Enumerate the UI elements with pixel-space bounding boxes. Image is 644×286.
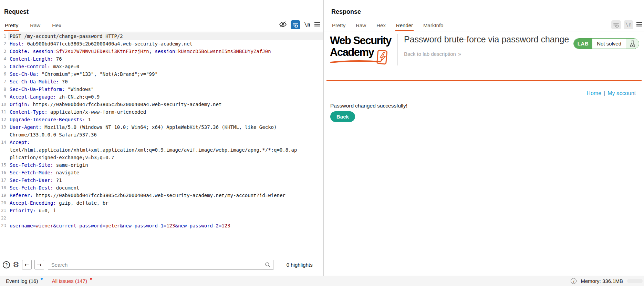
my-account-link[interactable]: My account <box>607 90 636 96</box>
response-title: Response <box>331 8 361 16</box>
line-number: 7 <box>0 78 8 85</box>
line-number: 8 <box>0 85 8 93</box>
lightning-icon <box>376 49 389 67</box>
request-line[interactable]: 9Accept-Language: zh-CN,zh;q=0.9 <box>0 93 323 101</box>
flask-icon <box>626 39 639 49</box>
request-line[interactable]: 18Sec-Fetch-Dest: document <box>0 184 323 192</box>
request-line[interactable]: 15Sec-Fetch-Site: same-origin <box>0 161 323 169</box>
line-number: 22 <box>0 214 8 222</box>
line-number: 5 <box>0 63 8 70</box>
line-number: 11 <box>0 108 8 116</box>
line-number: 10 <box>0 101 8 108</box>
line-number: 20 <box>0 199 8 207</box>
request-search-bar: ? ⚙ ← → 0 highlights <box>0 258 323 271</box>
request-line[interactable]: 10Origin: https://0ab900bd047fccb3805c2b… <box>0 101 323 108</box>
tab-response-raw[interactable]: Raw <box>355 20 367 31</box>
all-issues-button[interactable]: All issues (147) <box>52 278 87 284</box>
request-line[interactable]: 12Upgrade-Insecure-Requests: 1 <box>0 116 323 123</box>
request-line[interactable]: 6Sec-Ch-Ua: "Chromium";v="133", "Not(A:B… <box>0 70 323 78</box>
line-number: 21 <box>0 207 8 214</box>
info-icon: i <box>571 278 577 284</box>
lab-badge-label: LAB <box>574 39 592 49</box>
request-line[interactable]: 19Referer: https://0ab900bd047fccb3805c2… <box>0 192 323 199</box>
tab-request-hex[interactable]: Hex <box>51 20 62 31</box>
tab-request-pretty[interactable]: Pretty <box>4 20 19 31</box>
request-line[interactable]: text/html,application/xhtml+xml,applicat… <box>0 146 323 154</box>
back-button[interactable]: Back <box>330 111 355 122</box>
request-line[interactable]: 4Content-Length: 76 <box>0 55 323 63</box>
back-to-lab-description-link[interactable]: Back to lab description» <box>404 51 461 57</box>
word-wrap-icon[interactable] <box>291 20 300 29</box>
request-editor[interactable]: 1POST /my-account/change-password HTTP/2… <box>0 32 323 236</box>
request-line[interactable]: Chrome/133.0.0.0 Safari/537.36 <box>0 131 323 139</box>
request-line[interactable]: plication/signed-exchange;v=b3;q=0.7 <box>0 154 323 161</box>
history-back-button[interactable]: ← <box>22 260 32 269</box>
request-line[interactable]: 16Sec-Fetch-Mode: navigate <box>0 169 323 176</box>
show-newlines-icon[interactable]: \n <box>624 20 633 29</box>
event-log-notification-dot <box>41 278 43 280</box>
highlights-count: 0 highlights <box>287 262 313 268</box>
issues-notification-dot <box>90 278 92 280</box>
tab-response-markinfo[interactable]: MarkInfo <box>423 20 444 31</box>
logo-underline-swoosh <box>330 60 382 64</box>
line-number: 9 <box>0 93 8 101</box>
request-line[interactable]: 13User-Agent: Mozilla/5.0 (Windows NT 10… <box>0 123 323 131</box>
request-line[interactable]: 23username=wiener&current-password=peter… <box>0 222 323 229</box>
lab-badge-status: Not solved <box>592 39 626 49</box>
request-line[interactable]: 20Accept-Encoding: gzip, deflate, br <box>0 199 323 207</box>
request-tabs: Pretty Raw Hex <box>0 20 323 31</box>
history-forward-button[interactable]: → <box>34 260 44 269</box>
request-line[interactable]: 8Sec-Ch-Ua-Platform: "Windows" <box>0 85 323 93</box>
memory-usage-bar <box>627 279 643 283</box>
line-number: 16 <box>0 169 8 176</box>
search-icon <box>265 262 271 268</box>
line-number: 4 <box>0 55 8 63</box>
lab-title: Password brute-force via password change <box>404 34 569 44</box>
editor-menu-icon[interactable] <box>636 22 642 28</box>
editor-menu-icon[interactable] <box>314 22 320 28</box>
word-wrap-icon[interactable] <box>611 20 621 29</box>
account-nav: Home|My account <box>586 90 636 96</box>
line-number: 13 <box>0 123 8 131</box>
line-number: 14 <box>0 139 8 146</box>
line-number: 18 <box>0 184 8 192</box>
event-log-button[interactable]: Event log (16) <box>6 278 38 284</box>
password-changed-message: Password changed successfully! <box>330 103 407 109</box>
settings-gear-icon[interactable]: ⚙ <box>13 261 19 268</box>
memory-usage: Memory: 336.1MB <box>581 278 623 284</box>
chevrons-icon: » <box>458 51 461 57</box>
request-line[interactable]: 3Cookie: session=SfY2sx7W7NWvuJEDeKLi3Kt… <box>0 48 323 55</box>
line-number: 19 <box>0 192 8 199</box>
request-line[interactable]: 14Accept: <box>0 139 323 146</box>
show-newlines-icon[interactable]: \n <box>304 22 310 28</box>
tab-request-raw[interactable]: Raw <box>29 20 41 31</box>
request-line[interactable]: 2Host: 0ab900bd047fccb3805c2b62000400a4.… <box>0 40 323 48</box>
line-number <box>0 131 8 139</box>
request-line[interactable]: 17Sec-Fetch-User: ?1 <box>0 176 323 184</box>
search-input[interactable] <box>48 260 273 270</box>
tab-response-render[interactable]: Render <box>395 20 414 31</box>
line-number <box>0 146 8 154</box>
line-number: 23 <box>0 222 8 229</box>
request-line[interactable]: 5Cache-Control: max-age=0 <box>0 63 323 70</box>
tab-response-pretty[interactable]: Pretty <box>331 20 346 31</box>
request-title: Request <box>4 8 29 16</box>
request-line[interactable]: 21Priority: u=0, i <box>0 207 323 214</box>
request-line[interactable]: 1POST /my-account/change-password HTTP/2 <box>0 32 323 40</box>
home-link[interactable]: Home <box>586 90 601 96</box>
orange-divider <box>326 80 642 81</box>
response-tabs: Pretty Raw Hex Render MarkInfo <box>324 20 644 31</box>
hide-nonprinting-icon[interactable] <box>279 21 287 29</box>
request-editor-icons: \n <box>279 20 320 29</box>
help-icon[interactable]: ? <box>3 261 10 268</box>
status-bar: Event log (16) All issues (147) i Memory… <box>0 276 644 286</box>
tab-response-hex[interactable]: Hex <box>376 20 386 31</box>
request-line[interactable]: 22 <box>0 214 323 222</box>
response-editor-icons: \n <box>611 20 642 29</box>
request-line[interactable]: 7Sec-Ch-Ua-Mobile: ?0 <box>0 78 323 85</box>
lab-status-badge: LAB Not solved <box>573 38 639 49</box>
nav-separator: | <box>604 90 605 96</box>
request-line[interactable]: 11Content-Type: application/x-www-form-u… <box>0 108 323 116</box>
request-panel: Request Pretty Raw Hex \n <box>0 0 323 276</box>
line-number: 2 <box>0 40 8 48</box>
